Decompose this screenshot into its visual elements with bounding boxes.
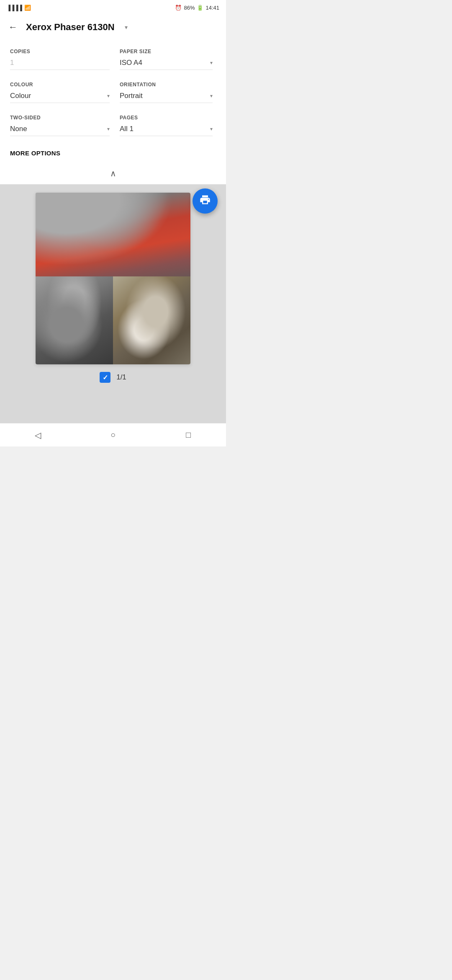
more-options-button[interactable]: MORE OPTIONS <box>10 141 216 164</box>
nav-home-icon: ○ <box>110 430 116 440</box>
two-sided-dropdown-icon: ▾ <box>107 126 110 132</box>
paper-size-select[interactable]: ISO A4 ▾ <box>120 57 213 70</box>
two-sided-cell: TWO-SIDED None ▾ <box>10 108 113 141</box>
printer-dropdown-icon[interactable]: ▾ <box>125 24 128 31</box>
page-checkbox[interactable]: ✓ <box>100 372 110 383</box>
print-icon <box>199 194 211 208</box>
options-grid: COPIES 1 PAPER SIZE ISO A4 ▾ COLOUR Colo… <box>10 42 216 141</box>
orientation-cell: ORIENTATION Portrait ▾ <box>113 75 216 108</box>
status-left: ▐▐▐▐ 📶 <box>7 5 31 11</box>
orientation-select[interactable]: Portrait ▾ <box>120 90 213 103</box>
colour-dropdown-icon: ▾ <box>107 93 110 99</box>
two-sided-select[interactable]: None ▾ <box>10 123 110 136</box>
colour-select[interactable]: Colour ▾ <box>10 90 110 103</box>
orientation-label: ORIENTATION <box>120 82 213 88</box>
collapse-icon: ∧ <box>110 168 116 178</box>
nav-bar: ◁ ○ □ <box>0 423 226 446</box>
two-sided-label: TWO-SIDED <box>10 115 110 121</box>
paper-size-label: PAPER SIZE <box>120 49 213 54</box>
nav-recent-icon: □ <box>186 430 191 440</box>
wifi-icon: 📶 <box>24 5 31 11</box>
print-fab-button[interactable] <box>193 188 218 214</box>
signal-icon: ▐▐▐▐ <box>7 5 22 11</box>
collapse-row[interactable]: ∧ <box>0 164 226 184</box>
photo-top-inner <box>36 193 190 276</box>
pages-cell: PAGES All 1 ▾ <box>113 108 216 141</box>
back-button[interactable]: ← <box>8 22 18 33</box>
colour-cell: COLOUR Colour ▾ <box>10 75 113 108</box>
copies-label: COPIES <box>10 49 110 54</box>
status-right: ⏰ 86% 🔋 14:41 <box>175 5 219 11</box>
colour-label: COLOUR <box>10 82 110 88</box>
options-panel: COPIES 1 PAPER SIZE ISO A4 ▾ COLOUR Colo… <box>0 38 226 164</box>
nav-back-icon: ◁ <box>35 430 41 440</box>
photo-top <box>36 193 190 276</box>
nav-back-button[interactable]: ◁ <box>27 427 48 444</box>
page-indicator: ✓ 1/1 <box>100 364 126 387</box>
colour-value: Colour <box>10 92 31 100</box>
paper-size-dropdown-icon: ▾ <box>210 60 213 66</box>
battery-percent: 86% <box>184 5 195 11</box>
orientation-value: Portrait <box>120 92 143 100</box>
printer-name: Xerox Phaser 6130N <box>26 22 115 33</box>
status-bar: ▐▐▐▐ 📶 ⏰ 86% 🔋 14:41 <box>0 0 226 15</box>
two-sided-value: None <box>10 125 27 133</box>
photo-bottom-left <box>36 276 113 364</box>
photo-page <box>36 193 190 364</box>
preview-area: ✓ 1/1 <box>0 184 226 423</box>
nav-recent-button[interactable]: □ <box>178 427 199 444</box>
page-number: 1/1 <box>116 373 126 382</box>
paper-size-value: ISO A4 <box>120 59 142 67</box>
pages-value: All 1 <box>120 125 134 133</box>
nav-home-button[interactable]: ○ <box>103 427 123 444</box>
pages-label: PAGES <box>120 115 213 121</box>
copies-cell: COPIES 1 <box>10 42 113 75</box>
orientation-dropdown-icon: ▾ <box>210 93 213 99</box>
header: ← Xerox Phaser 6130N ▾ <box>0 15 226 38</box>
time: 14:41 <box>205 5 219 11</box>
checkmark-icon: ✓ <box>103 374 108 382</box>
battery-icon: 🔋 <box>197 5 203 11</box>
copies-value[interactable]: 1 <box>10 57 110 70</box>
pages-dropdown-icon: ▾ <box>210 126 213 132</box>
photo-bottom-right-inner <box>113 276 190 364</box>
photo-bottom <box>36 276 190 364</box>
paper-size-cell: PAPER SIZE ISO A4 ▾ <box>113 42 216 75</box>
alarm-icon: ⏰ <box>175 5 182 11</box>
pages-select[interactable]: All 1 ▾ <box>120 123 213 136</box>
photo-bottom-right <box>113 276 190 364</box>
photo-bottom-left-inner <box>36 276 113 364</box>
